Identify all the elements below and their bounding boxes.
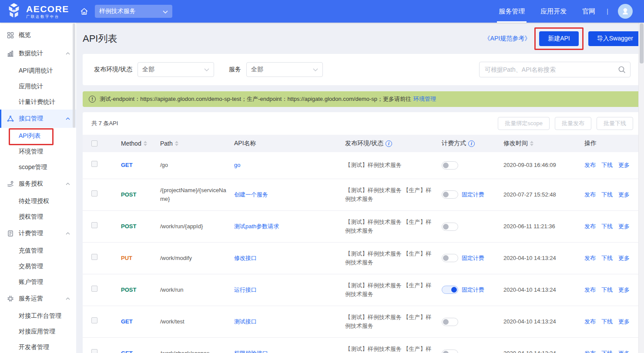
user-avatar[interactable] xyxy=(618,4,633,19)
import-swagger-button[interactable]: 导入Swagger xyxy=(588,31,642,46)
app-logo[interactable]: AECORE 广联达数字中台 xyxy=(5,2,69,21)
api-name-link[interactable]: 权限校验接口 xyxy=(234,350,268,353)
sidebar-item-billing-mgmt[interactable]: 计费管理 xyxy=(0,224,76,243)
sidebar-subitem-待处理授权[interactable]: 待处理授权 xyxy=(0,193,76,209)
sidebar-subitem-计量计费统计[interactable]: 计量计费统计 xyxy=(0,94,76,110)
action-more[interactable]: 更多 xyxy=(618,190,630,199)
sidebar-subitem-API列表[interactable]: API列表 xyxy=(0,128,76,143)
env-management-link[interactable]: 环境管理 xyxy=(413,95,436,103)
action-offline[interactable]: 下线 xyxy=(601,161,613,170)
sidebar-item-api-mgmt[interactable]: 接口管理 xyxy=(0,110,76,128)
row-checkbox[interactable] xyxy=(91,254,97,260)
action-more[interactable]: 更多 xyxy=(618,161,630,170)
sort-icon[interactable] xyxy=(530,141,533,146)
sidebar-item-service-ops[interactable]: 服务运营 xyxy=(0,290,76,308)
batch-publish-button[interactable]: 批量发布 xyxy=(555,117,591,130)
page-scrollbar[interactable] xyxy=(638,23,644,353)
action-offline[interactable]: 下线 xyxy=(601,254,613,263)
row-checkbox[interactable] xyxy=(91,286,97,292)
search-icon[interactable] xyxy=(618,66,626,75)
api-name-link[interactable]: 运行接口 xyxy=(234,286,257,293)
sidebar-subitem-对接应用管理[interactable]: 对接应用管理 xyxy=(0,323,76,339)
env-filter-select[interactable]: 全部 xyxy=(138,62,214,77)
sidebar-subitem-开发者管理[interactable]: 开发者管理 xyxy=(0,339,76,353)
sort-icon[interactable] xyxy=(144,141,147,146)
logo-subtitle: 广联达数字中台 xyxy=(26,15,69,19)
action-more[interactable]: 更多 xyxy=(618,222,630,231)
row-checkbox[interactable] xyxy=(91,317,97,323)
row-checkbox[interactable] xyxy=(91,161,97,167)
select-all-checkbox[interactable] xyxy=(91,140,97,147)
action-publish[interactable]: 发布 xyxy=(584,190,596,199)
action-publish[interactable]: 发布 xyxy=(584,349,596,353)
action-offline[interactable]: 下线 xyxy=(601,349,613,353)
sidebar-item-data-stats[interactable]: 数据统计 xyxy=(0,44,76,63)
billing-toggle[interactable] xyxy=(442,286,458,294)
row-checkbox[interactable] xyxy=(91,222,97,228)
action-more[interactable]: 更多 xyxy=(618,286,630,294)
billing-toggle[interactable] xyxy=(442,254,458,262)
api-name-link[interactable]: 修改接口 xyxy=(234,255,257,261)
action-more[interactable]: 更多 xyxy=(618,349,630,353)
info-icon[interactable]: i xyxy=(468,140,475,147)
api-name-link[interactable]: go xyxy=(234,162,240,168)
action-offline[interactable]: 下线 xyxy=(601,317,613,326)
sort-icon[interactable] xyxy=(175,141,178,146)
service-filter-select[interactable]: 全部 xyxy=(246,62,323,77)
api-spec-reference-link[interactable]: 《API规范参考》 xyxy=(484,35,531,43)
billing-toggle[interactable] xyxy=(442,161,458,170)
action-publish[interactable]: 发布 xyxy=(584,317,596,326)
column-modified-time[interactable]: 修改时间 xyxy=(503,140,584,147)
sidebar-item-overview[interactable]: 概览 xyxy=(0,26,76,44)
billing-toggle[interactable] xyxy=(442,223,458,231)
action-offline[interactable]: 下线 xyxy=(601,190,613,199)
batch-bind-scope-button[interactable]: 批量绑定scope xyxy=(498,117,550,130)
action-publish[interactable]: 发布 xyxy=(584,286,596,294)
workspace-select[interactable]: 样例技术服务 xyxy=(95,5,172,18)
billing-toggle[interactable] xyxy=(442,318,458,326)
batch-offline-button[interactable]: 批量下线 xyxy=(597,117,633,130)
sidebar-subitem-环境管理[interactable]: 环境管理 xyxy=(0,143,76,159)
sidebar-subitem-交易管理[interactable]: 交易管理 xyxy=(0,258,76,274)
billing-toggle[interactable] xyxy=(442,350,458,353)
sidebar-subitem-API调用统计[interactable]: API调用统计 xyxy=(0,63,76,78)
action-publish[interactable]: 发布 xyxy=(584,222,596,231)
nav-official-site[interactable]: 官网 xyxy=(582,0,595,23)
sidebar-subitem-账户管理[interactable]: 账户管理 xyxy=(0,274,76,290)
api-name-link[interactable]: 测试path参数请求 xyxy=(234,223,279,230)
home-icon[interactable] xyxy=(80,7,89,16)
action-more[interactable]: 更多 xyxy=(618,317,630,326)
billing-toggle[interactable] xyxy=(442,190,458,199)
action-publish[interactable]: 发布 xyxy=(584,161,596,170)
nav-service-management[interactable]: 服务管理 xyxy=(499,0,525,23)
create-api-button[interactable]: 新建API xyxy=(539,31,579,46)
sidebar-subitem-scope管理[interactable]: scope管理 xyxy=(0,159,76,175)
scrollbar-thumb[interactable] xyxy=(640,23,644,63)
sidebar-item-label: 服务运营 xyxy=(19,295,66,303)
table-row: PUT/work/modify修改接口【测试】样例技术服务 【生产】样例技术服务… xyxy=(83,243,642,274)
row-checkbox[interactable] xyxy=(91,190,97,196)
sidebar-subitem-充值管理[interactable]: 充值管理 xyxy=(0,243,76,258)
action-publish[interactable]: 发布 xyxy=(584,254,596,263)
banner-text: 测试-endpoint：https://apigate.glodon.com/d… xyxy=(100,95,411,103)
action-offline[interactable]: 下线 xyxy=(601,286,613,294)
column-method[interactable]: Method xyxy=(121,140,160,147)
page-title: API列表 xyxy=(83,32,117,45)
api-path: /work/check/scopes xyxy=(160,349,234,353)
chevron-down-icon xyxy=(204,68,209,71)
sidebar-subitem-授权管理[interactable]: 授权管理 xyxy=(0,209,76,224)
search-input[interactable] xyxy=(479,62,631,77)
sidebar-subitem-应用统计[interactable]: 应用统计 xyxy=(0,78,76,94)
column-actions: 操作 xyxy=(584,140,642,147)
info-icon[interactable]: i xyxy=(386,140,392,147)
sidebar-subitem-对接工作台管理[interactable]: 对接工作台管理 xyxy=(0,308,76,323)
column-path[interactable]: Path xyxy=(160,140,234,147)
action-more[interactable]: 更多 xyxy=(618,254,630,263)
api-name-link[interactable]: 创建一个服务 xyxy=(234,191,268,198)
nav-app-development[interactable]: 应用开发 xyxy=(540,0,567,23)
api-name-link[interactable]: 测试接口 xyxy=(234,318,257,325)
chevron-up-icon xyxy=(66,232,70,235)
action-offline[interactable]: 下线 xyxy=(601,222,613,231)
sidebar-item-service-auth[interactable]: 服务授权 xyxy=(0,175,76,193)
row-checkbox[interactable] xyxy=(91,349,97,353)
